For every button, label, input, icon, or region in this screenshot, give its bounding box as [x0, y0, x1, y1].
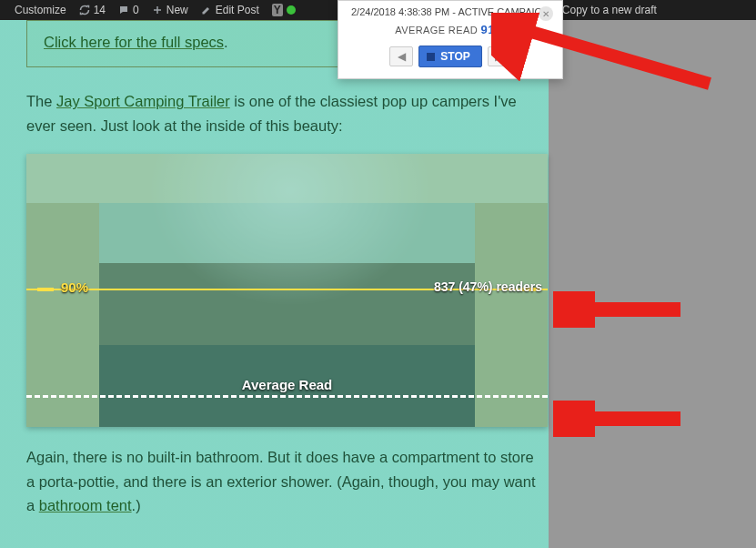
customize-label: Customize	[15, 4, 66, 16]
average-read-dashed-line	[26, 395, 548, 398]
reader-scan-line: 90% 837 (47%) readers	[26, 289, 548, 290]
edit-post-link[interactable]: Edit Post	[196, 0, 265, 20]
bathroom-tent-link[interactable]: bathroom tent	[39, 497, 132, 513]
full-specs-link[interactable]: Click here for the full specs	[44, 34, 224, 50]
comments-link[interactable]: 0	[113, 0, 145, 20]
annotation-arrow-2	[553, 291, 690, 328]
para2-b: .)	[132, 497, 141, 513]
para1-pre: The	[26, 93, 56, 109]
updates-link[interactable]: 14	[74, 0, 111, 20]
comments-count: 0	[133, 4, 139, 16]
intro-paragraph: The Jay Sport Camping Trailer is one of …	[26, 89, 536, 137]
stop-label: STOP	[440, 50, 469, 63]
seo-status-dot-icon	[287, 5, 296, 15]
stop-icon	[427, 53, 435, 61]
yoast-indicator[interactable]: Y	[267, 0, 301, 20]
average-read-overlay-label: Average Read	[26, 377, 548, 392]
customize-link[interactable]: Customize	[5, 0, 72, 20]
avg-read-label: AVERAGE READ	[395, 25, 478, 36]
pencil-icon	[201, 5, 212, 15]
svg-line-3	[509, 25, 710, 84]
comment-icon	[118, 5, 129, 15]
specs-period: .	[224, 34, 228, 50]
plus-icon	[152, 5, 163, 15]
edit-post-label: Edit Post	[216, 4, 259, 16]
scan-left-tick	[37, 288, 54, 291]
bathroom-paragraph: Again, there is no built-in bathroom. Bu…	[26, 445, 536, 517]
article-body-overlay: Click here for the full specs. The Jay S…	[0, 20, 549, 548]
updates-count: 14	[94, 4, 106, 16]
stop-button[interactable]: STOP	[418, 46, 481, 67]
annotation-arrow-1	[491, 13, 728, 95]
refresh-icon	[79, 5, 90, 15]
jay-sport-link[interactable]: Jay Sport Camping Trailer	[56, 93, 230, 109]
annotation-arrow-3	[553, 401, 690, 437]
chevron-left-icon: ◀	[398, 50, 406, 63]
prev-button[interactable]: ◀	[389, 46, 413, 66]
scan-percent-label: 90%	[61, 279, 88, 295]
new-label: New	[166, 4, 188, 16]
new-link[interactable]: New	[146, 0, 194, 20]
yoast-icon: Y	[272, 4, 283, 16]
camper-interior-image: 90% 837 (47%) readers Average Read	[26, 154, 548, 427]
readers-count-label: 837 (47%) readers	[434, 279, 542, 294]
